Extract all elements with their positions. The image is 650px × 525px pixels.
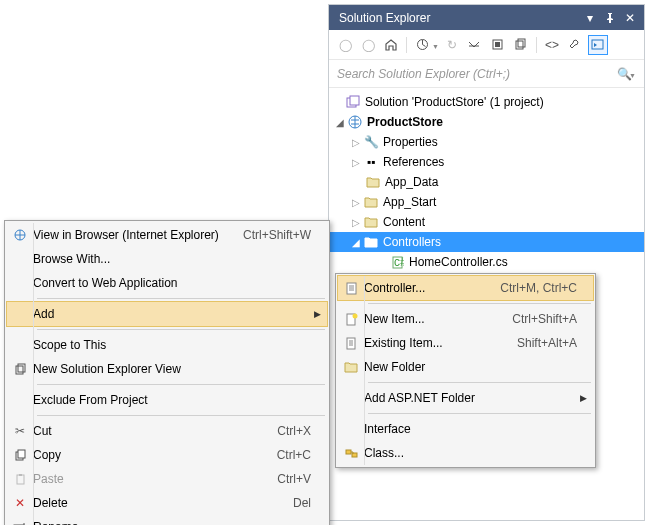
folder-icon — [365, 174, 381, 190]
show-all-icon[interactable] — [488, 35, 508, 55]
solution-label: Solution 'ProductStore' (1 project) — [365, 95, 544, 109]
properties-node[interactable]: ▷🔧Properties — [329, 132, 644, 152]
copy-view-icon[interactable] — [511, 35, 531, 55]
menu-existing-item[interactable]: Existing Item...Shift+Alt+A — [338, 331, 593, 355]
panel-header: Solution Explorer ▾ ✕ — [329, 5, 644, 30]
menu-convert[interactable]: Convert to Web Application — [7, 271, 327, 295]
menu-new-view[interactable]: New Solution Explorer View — [7, 357, 327, 381]
folder-icon — [363, 194, 379, 210]
add-submenu: Controller...Ctrl+M, Ctrl+C New Item...C… — [335, 273, 596, 468]
solution-node[interactable]: Solution 'ProductStore' (1 project) — [329, 92, 644, 112]
toolbar: ◯ ◯ ▼ ↻ <> — [329, 30, 644, 60]
menu-browse-with[interactable]: Browse With... — [7, 247, 327, 271]
app-data-node[interactable]: App_Data — [329, 172, 644, 192]
existing-item-icon — [338, 337, 364, 350]
app-start-node[interactable]: ▷App_Start — [329, 192, 644, 212]
menu-exclude[interactable]: Exclude From Project — [7, 388, 327, 412]
back-icon[interactable]: ◯ — [335, 35, 355, 55]
references-icon: ▪▪ — [363, 154, 379, 170]
dropdown-icon[interactable]: ▾ — [580, 8, 600, 28]
project-label: ProductStore — [367, 115, 443, 129]
svg-point-21 — [352, 313, 357, 318]
browser-icon — [7, 228, 33, 242]
menu-delete[interactable]: ✕DeleteDel — [7, 491, 327, 515]
delete-icon: ✕ — [7, 496, 33, 510]
new-view-icon — [7, 363, 33, 376]
new-item-icon — [338, 313, 364, 326]
code-icon[interactable]: <> — [542, 35, 562, 55]
project-icon — [347, 114, 363, 130]
folder-open-icon — [363, 234, 379, 250]
pin-icon[interactable] — [600, 8, 620, 28]
svg-rect-15 — [18, 450, 25, 458]
preview-icon[interactable] — [588, 35, 608, 55]
svg-rect-3 — [516, 41, 523, 49]
svg-text:c#: c# — [394, 256, 404, 269]
home-icon[interactable] — [381, 35, 401, 55]
content-node[interactable]: ▷Content — [329, 212, 644, 232]
search-box[interactable]: Search Solution Explorer (Ctrl+;) 🔍▼ — [329, 60, 644, 88]
properties-icon[interactable] — [565, 35, 585, 55]
controllers-node[interactable]: ◢Controllers — [329, 232, 644, 252]
menu-asp-folder[interactable]: Add ASP.NET Folder▶ — [338, 386, 593, 410]
controller-icon — [338, 282, 364, 295]
svg-rect-23 — [346, 450, 351, 454]
rename-icon — [7, 521, 33, 526]
menu-paste: PasteCtrl+V — [7, 467, 327, 491]
project-node[interactable]: ◢ProductStore — [329, 112, 644, 132]
paste-icon — [7, 473, 33, 486]
new-folder-icon — [338, 361, 364, 373]
context-menu: View in Browser (Internet Explorer)Ctrl+… — [4, 220, 330, 525]
refresh-icon[interactable]: ↻ — [442, 35, 462, 55]
menu-add[interactable]: Add▶ — [7, 302, 327, 326]
menu-class[interactable]: Class... — [338, 441, 593, 465]
home-controller-node[interactable]: c#HomeController.cs — [329, 252, 644, 272]
svg-rect-16 — [17, 475, 24, 484]
menu-cut[interactable]: ✂CutCtrl+X — [7, 419, 327, 443]
svg-rect-7 — [350, 96, 359, 105]
svg-rect-5 — [592, 40, 603, 49]
submenu-arrow-icon: ▶ — [575, 393, 587, 403]
menu-controller[interactable]: Controller...Ctrl+M, Ctrl+C — [338, 276, 593, 300]
close-icon[interactable]: ✕ — [620, 8, 640, 28]
solution-icon — [345, 94, 361, 110]
menu-scope[interactable]: Scope to This — [7, 333, 327, 357]
svg-rect-13 — [18, 364, 25, 372]
forward-icon[interactable]: ◯ — [358, 35, 378, 55]
menu-view-in-browser[interactable]: View in Browser (Internet Explorer)Ctrl+… — [7, 223, 327, 247]
folder-icon — [363, 214, 379, 230]
menu-new-folder[interactable]: New Folder — [338, 355, 593, 379]
panel-title: Solution Explorer — [339, 11, 580, 25]
collapse-icon[interactable] — [465, 35, 485, 55]
sync-icon[interactable] — [412, 35, 432, 55]
copy-icon — [7, 449, 33, 462]
class-icon — [338, 447, 364, 460]
search-placeholder: Search Solution Explorer (Ctrl+;) — [337, 67, 617, 81]
submenu-arrow-icon: ▶ — [309, 309, 321, 319]
menu-interface[interactable]: Interface — [338, 417, 593, 441]
svg-rect-4 — [518, 39, 525, 47]
menu-rename[interactable]: Rename — [7, 515, 327, 525]
references-node[interactable]: ▷▪▪References — [329, 152, 644, 172]
svg-rect-17 — [19, 474, 22, 476]
svg-rect-2 — [495, 42, 500, 47]
cs-file-icon: c# — [389, 254, 405, 270]
cut-icon: ✂ — [7, 424, 33, 438]
wrench-icon: 🔧 — [363, 134, 379, 150]
svg-rect-12 — [16, 366, 23, 374]
menu-copy[interactable]: CopyCtrl+C — [7, 443, 327, 467]
menu-new-item[interactable]: New Item...Ctrl+Shift+A — [338, 307, 593, 331]
